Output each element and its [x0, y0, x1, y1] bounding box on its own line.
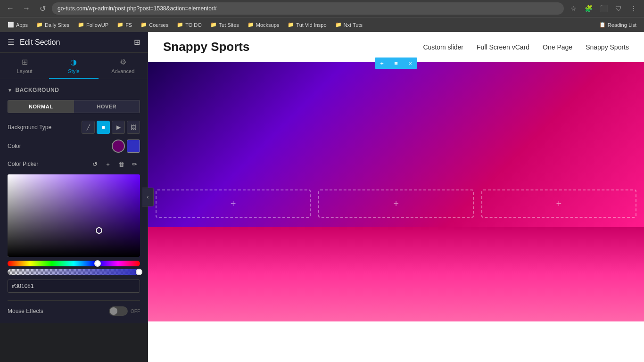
bookmarks-bar: ⬜ Apps 📁 Daily Sites 📁 FollowUP 📁 FS 📁 C…	[0, 17, 644, 32]
section-delete-btn[interactable]: ×	[403, 58, 417, 69]
alpha-slider-thumb[interactable]	[136, 269, 142, 275]
bookmark-star-button[interactable]: ☆	[567, 2, 580, 15]
bookmark-reading-list[interactable]: 📋 Reading List	[595, 20, 640, 30]
left-panel-container: ☰ Edit Section ⊞ ⊞ Layout ◑ Style ⚙ Adva…	[0, 32, 148, 362]
chrome-extension-shield-button[interactable]: 🛡	[612, 2, 625, 15]
main-layout: ☰ Edit Section ⊞ ⊞ Layout ◑ Style ⚙ Adva…	[0, 32, 644, 362]
chrome-browser-bar: ← → ↺ go-tuts.com/wp-admin/post.php?post…	[0, 0, 644, 17]
bookmark-mocksups-label: Mocksups	[256, 22, 280, 28]
bookmark-apps[interactable]: ⬜ Apps	[4, 20, 32, 30]
site-bottom-section	[148, 227, 644, 321]
bookmark-followup[interactable]: 📁 FollowUP	[74, 20, 112, 30]
bookmark-apps-label: Apps	[16, 22, 28, 28]
chrome-menu-button[interactable]: ⋮	[627, 2, 640, 15]
apps-icon: ⬜	[8, 22, 14, 28]
folder-icon-1: 📁	[36, 22, 43, 28]
color-box-swatch[interactable]	[127, 140, 140, 153]
bookmark-todo-label: TO DO	[185, 22, 202, 28]
nav-link-custom-slider[interactable]: Custom slider	[423, 43, 463, 51]
column-placeholder-3[interactable]: +	[481, 189, 636, 218]
forward-button[interactable]: →	[20, 2, 33, 15]
panel-content: ▼ Background NORMAL HOVER Background Typ…	[0, 79, 148, 323]
bookmark-tut-vid-inspo-label: Tut Vid Inspo	[296, 22, 326, 28]
bookmark-tut-vid-inspo[interactable]: 📁 Tut Vid Inspo	[284, 20, 330, 30]
bookmark-nxt-tuts[interactable]: 📁 Nxt Tuts	[331, 20, 366, 30]
layout-tab-icon: ⊞	[22, 58, 28, 66]
bookmark-daily-sites[interactable]: 📁 Daily Sites	[33, 20, 73, 30]
background-section-header: ▼ Background	[8, 87, 140, 93]
elementor-left-panel: ☰ Edit Section ⊞ ⊞ Layout ◑ Style ⚙ Adva…	[0, 32, 148, 323]
tab-layout[interactable]: ⊞ Layout	[0, 53, 49, 79]
alpha-slider[interactable]	[8, 269, 140, 275]
color-global-swatch[interactable]	[112, 140, 125, 153]
bookmark-fs[interactable]: 📁 FS	[113, 20, 136, 30]
hover-toggle-btn[interactable]: HOVER	[74, 100, 140, 113]
folder-icon-4: 📁	[140, 22, 147, 28]
folder-icon-7: 📁	[248, 22, 254, 28]
bookmark-daily-sites-label: Daily Sites	[45, 22, 69, 28]
tab-layout-label: Layout	[17, 68, 33, 74]
color-add-btn[interactable]: +	[102, 158, 114, 170]
tab-advanced-label: Advanced	[111, 68, 134, 74]
grid-icon[interactable]: ⊞	[134, 38, 140, 47]
panel-collapse-handle[interactable]: ‹	[142, 188, 154, 206]
address-bar[interactable]: go-tuts.com/wp-admin/post.php?post=1538&…	[52, 2, 564, 15]
toggle-thumb	[110, 307, 117, 315]
chrome-extension-puzzle-button[interactable]: 🧩	[582, 2, 595, 15]
section-add-btn[interactable]: +	[375, 58, 389, 69]
column-placeholder-1[interactable]: +	[156, 189, 311, 218]
bg-type-video-btn[interactable]: ▶	[112, 121, 125, 134]
hamburger-icon[interactable]: ☰	[8, 38, 14, 47]
nav-link-one-page[interactable]: One Page	[543, 43, 572, 51]
tab-advanced[interactable]: ⚙ Advanced	[99, 53, 148, 79]
hue-slider-thumb[interactable]	[94, 260, 101, 267]
bg-type-image-btn[interactable]: 🖼	[127, 121, 140, 134]
bookmark-mocksups[interactable]: 📁 Mocksups	[244, 20, 283, 30]
bookmark-todo[interactable]: 📁 TO DO	[173, 20, 206, 30]
hex-input-container	[8, 280, 140, 293]
gradient-dark-overlay	[8, 174, 140, 257]
reload-button[interactable]: ↺	[36, 2, 49, 15]
bookmark-nxt-tuts-label: Nxt Tuts	[344, 22, 363, 28]
back-button[interactable]: ←	[4, 2, 17, 15]
color-reset-btn[interactable]: ↺	[89, 158, 100, 170]
bookmark-followup-label: FollowUP	[86, 22, 108, 28]
nav-link-snappy-sports[interactable]: Snappy Sports	[586, 43, 629, 51]
color-row: Color	[8, 140, 140, 153]
hue-slider[interactable]	[8, 261, 140, 266]
section-settings-btn[interactable]: ≡	[389, 58, 403, 69]
bg-type-solid-btn[interactable]: ■	[97, 121, 110, 134]
bg-type-none-btn[interactable]: ╱	[82, 121, 95, 134]
tab-style[interactable]: ◑ Style	[49, 53, 98, 79]
advanced-tab-icon: ⚙	[120, 58, 126, 66]
chrome-extension-yellow-button[interactable]: ⬛	[597, 2, 610, 15]
panel-title: Edit Section	[20, 38, 60, 47]
background-type-row: Background Type ╱ ■ ▶ 🖼	[8, 121, 140, 134]
hex-color-input[interactable]	[8, 280, 140, 293]
column-placeholder-2[interactable]: +	[318, 189, 473, 218]
bookmark-courses[interactable]: 📁 Courses	[137, 20, 172, 30]
color-label: Color	[8, 143, 21, 149]
bookmark-tut-sites[interactable]: 📁 Tut Sites	[206, 20, 243, 30]
bookmark-fs-label: FS	[125, 22, 132, 28]
color-delete-btn[interactable]: 🗑	[116, 158, 127, 170]
bookmark-tut-sites-label: Tut Sites	[219, 22, 239, 28]
mouse-effects-toggle[interactable]: OFF	[109, 306, 140, 316]
normal-toggle-btn[interactable]: NORMAL	[8, 100, 74, 113]
normal-hover-toggle: NORMAL HOVER	[8, 100, 140, 113]
folder-icon-2: 📁	[78, 22, 84, 28]
canvas-area: Snappy Sports Custom slider Full Screen …	[148, 32, 644, 362]
color-gradient-canvas[interactable]	[8, 174, 140, 257]
section-collapse-arrow[interactable]: ▼	[8, 88, 12, 93]
folder-icon-9: 📁	[335, 22, 342, 28]
site-logo: Snappy Sports	[163, 40, 249, 54]
columns-row: + + +	[148, 189, 644, 218]
tab-style-label: Style	[68, 68, 79, 74]
panel-tabs: ⊞ Layout ◑ Style ⚙ Advanced	[0, 53, 148, 79]
toggle-track[interactable]	[109, 306, 128, 316]
nav-link-fullscreen-vcard[interactable]: Full Screen vCard	[477, 43, 529, 51]
reading-list-icon: 📋	[599, 22, 606, 28]
site-nav-links: Custom slider Full Screen vCard One Page…	[423, 43, 629, 51]
color-eyedropper-btn[interactable]: ✏	[129, 158, 140, 170]
bookmark-reading-list-label: Reading List	[608, 22, 636, 28]
